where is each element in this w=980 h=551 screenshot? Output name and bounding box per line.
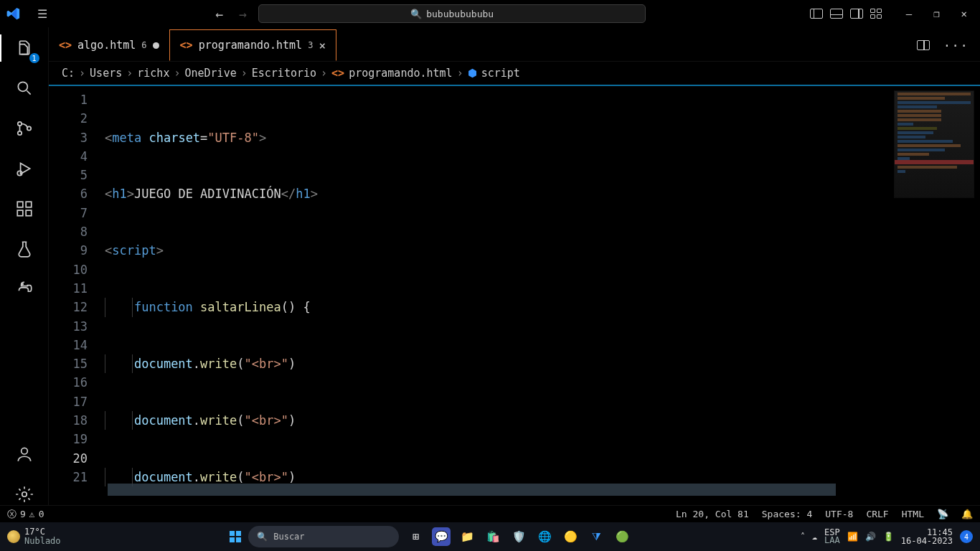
close-tab-icon[interactable]: × <box>319 39 326 52</box>
search-icon: 🔍 <box>257 532 268 542</box>
weather-icon <box>7 530 20 543</box>
activity-search-icon[interactable] <box>14 77 35 99</box>
status-cursor[interactable]: Ln 20, Col 81 <box>676 509 749 519</box>
search-icon: 🔍 <box>410 9 422 19</box>
vscode-logo-icon <box>6 6 22 22</box>
crumb-symbol[interactable]: script <box>481 67 520 80</box>
activity-extensions-icon[interactable] <box>14 198 35 220</box>
tab-algo[interactable]: <> algo.html 6 <box>49 29 169 61</box>
svg-point-9 <box>22 283 23 285</box>
breadcrumb[interactable]: C:› Users› richx› OneDrive› Escritorio› … <box>49 62 980 86</box>
svg-point-0 <box>18 82 27 91</box>
svg-rect-7 <box>26 210 32 216</box>
svg-rect-6 <box>17 210 23 216</box>
command-center[interactable]: 🔍 bubububububu <box>258 4 646 23</box>
html-file-icon: <> <box>180 39 193 52</box>
tab-label: algo.html <box>77 39 136 52</box>
error-icon: ⓧ <box>7 508 17 521</box>
crumb[interactable]: OneDrive <box>184 67 236 80</box>
code-editor[interactable]: 123456789101112131415161718192021 <meta … <box>49 88 980 505</box>
security-icon[interactable]: 🛡️ <box>509 527 528 546</box>
layout-sidebar-left-icon[interactable] <box>810 9 823 19</box>
activity-settings-icon[interactable] <box>14 484 35 505</box>
chrome-icon[interactable]: 🟡 <box>561 527 580 546</box>
window-minimize-icon[interactable]: — <box>906 8 912 19</box>
status-eol[interactable]: CRLF <box>866 509 888 519</box>
taskbar-search[interactable]: 🔍 Buscar <box>248 526 399 547</box>
status-language[interactable]: HTML <box>902 509 924 519</box>
line-number-gutter: 123456789101112131415161718192021 <box>49 88 105 505</box>
wifi-icon[interactable]: 📶 <box>847 532 858 542</box>
more-actions-icon[interactable]: ··· <box>943 38 969 53</box>
svg-rect-8 <box>26 202 32 207</box>
split-editor-icon[interactable] <box>917 40 930 50</box>
tray-chevron-icon[interactable]: ˄ <box>801 532 805 542</box>
vscode-taskbar-icon[interactable]: ⧩ <box>587 527 606 546</box>
status-encoding[interactable]: UTF-8 <box>825 509 853 519</box>
status-indent[interactable]: Spaces: 4 <box>762 509 812 519</box>
activity-debug-icon[interactable] <box>14 158 35 179</box>
crumb[interactable]: Users <box>90 67 122 80</box>
command-center-text: bubububububu <box>426 9 494 19</box>
svg-point-10 <box>21 448 27 454</box>
condition: Nublado <box>24 537 61 546</box>
volume-icon[interactable]: 🔊 <box>865 532 876 542</box>
tab-label: programando.html <box>199 39 303 52</box>
layout-grid-icon[interactable] <box>870 9 882 19</box>
crumb-file[interactable]: programando.html <box>349 67 453 80</box>
tab-count: 3 <box>308 40 313 50</box>
code-content[interactable]: <meta charset="UTF-8"> <h1>JUEGO DE ADIV… <box>105 88 880 505</box>
taskbar-weather[interactable]: 17°C Nublado <box>7 527 61 546</box>
layout-sidebar-right-icon[interactable] <box>850 9 863 19</box>
svg-point-2 <box>17 131 21 135</box>
window-restore-icon[interactable]: ❐ <box>933 8 939 19</box>
file-explorer-icon[interactable]: 📁 <box>458 527 476 546</box>
crumb[interactable]: richx <box>137 67 169 80</box>
crumb[interactable]: Escritorio <box>252 67 316 80</box>
html-file-icon: <> <box>331 67 344 80</box>
svg-rect-5 <box>17 202 23 207</box>
battery-icon[interactable]: 🔋 <box>883 532 894 542</box>
search-placeholder: Buscar <box>273 532 304 542</box>
task-view-icon[interactable]: ⊞ <box>406 527 425 546</box>
windows-taskbar: 17°C Nublado 🔍 Buscar ⊞ 💬 📁 🛍️ 🛡️ 🌐 🟡 ⧩ … <box>0 522 980 551</box>
symbol-icon: ⬢ <box>468 67 477 80</box>
taskbar-chat-icon[interactable]: 💬 <box>432 527 451 546</box>
tab-count: 6 <box>141 40 146 50</box>
layout-panel-icon[interactable] <box>830 9 843 19</box>
activity-testing-icon[interactable] <box>14 238 35 260</box>
crumb[interactable]: C: <box>62 67 75 80</box>
minimap[interactable] <box>894 90 974 198</box>
nav-back-icon[interactable]: ← <box>212 6 228 22</box>
activity-python-icon[interactable] <box>14 278 35 300</box>
taskbar-clock[interactable]: 11:45 16-04-2023 <box>901 528 953 545</box>
activity-scm-icon[interactable] <box>14 118 35 139</box>
bell-icon[interactable]: 🔔 <box>961 509 973 519</box>
edge-icon[interactable]: 🌐 <box>535 527 554 546</box>
html-file-icon: <> <box>59 39 72 52</box>
menu-icon[interactable]: ☰ <box>37 7 47 21</box>
warning-icon: ⚠ <box>29 509 35 519</box>
activity-account-icon[interactable] <box>14 443 35 465</box>
horizontal-scrollbar[interactable] <box>108 484 836 496</box>
store-icon[interactable]: 🛍️ <box>484 527 502 546</box>
activity-explorer-icon[interactable]: 1 <box>14 37 35 59</box>
explorer-badge: 1 <box>29 53 39 63</box>
feedback-icon[interactable]: 📡 <box>937 509 948 519</box>
svg-point-1 <box>17 122 21 126</box>
start-button[interactable] <box>230 531 241 542</box>
nav-forward-icon[interactable]: → <box>235 6 251 22</box>
onedrive-icon[interactable]: ☁ <box>812 532 817 542</box>
chrome-canary-icon[interactable]: 🟢 <box>613 527 631 546</box>
status-problems[interactable]: ⓧ9 ⚠0 <box>7 508 44 521</box>
input-lang2: LAA <box>824 537 840 545</box>
window-close-icon[interactable]: ✕ <box>961 8 967 19</box>
notification-badge[interactable]: 4 <box>960 530 973 543</box>
svg-point-11 <box>22 492 27 497</box>
tab-programando[interactable]: <> programando.html 3 × <box>169 29 336 61</box>
dirty-indicator-icon <box>153 42 159 49</box>
